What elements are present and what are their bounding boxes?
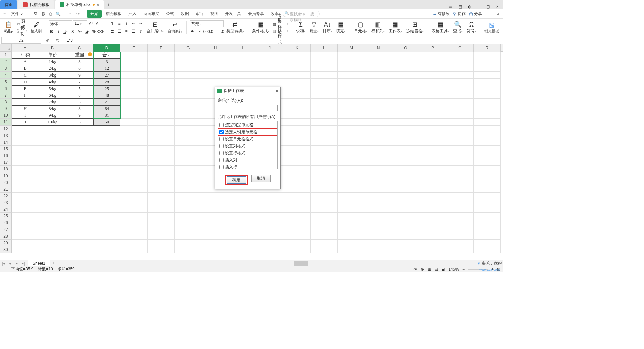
cell[interactable]: 81 bbox=[93, 112, 120, 119]
cell[interactable] bbox=[365, 105, 392, 112]
chevron-up-icon[interactable]: ∧ bbox=[495, 11, 501, 17]
cell[interactable] bbox=[93, 159, 120, 166]
cell[interactable] bbox=[148, 199, 175, 206]
cell[interactable] bbox=[175, 139, 202, 146]
cell[interactable] bbox=[256, 199, 283, 206]
zoom-out-icon[interactable]: − bbox=[462, 267, 465, 272]
cell[interactable] bbox=[120, 219, 148, 226]
search-input[interactable]: 查找命令、搜索模板 bbox=[283, 11, 320, 17]
cell[interactable] bbox=[39, 219, 66, 226]
cell[interactable] bbox=[12, 206, 39, 213]
cell[interactable] bbox=[120, 226, 148, 233]
italic-button[interactable]: I bbox=[56, 29, 62, 35]
cell[interactable] bbox=[419, 112, 446, 119]
cell[interactable] bbox=[12, 246, 39, 253]
cell[interactable] bbox=[311, 166, 338, 172]
cell[interactable]: 7 bbox=[66, 79, 93, 85]
cell[interactable] bbox=[120, 92, 148, 99]
cell[interactable]: A bbox=[12, 58, 39, 65]
menu-start[interactable]: 开始 bbox=[87, 10, 102, 18]
row-header[interactable]: 24 bbox=[0, 206, 12, 213]
cell[interactable] bbox=[365, 72, 392, 79]
cell[interactable] bbox=[39, 199, 66, 206]
cell[interactable] bbox=[148, 146, 175, 152]
format-painter-button[interactable]: 🖌格式刷 bbox=[29, 19, 43, 36]
cell[interactable] bbox=[256, 226, 283, 233]
name-box[interactable]: D2 bbox=[1, 37, 41, 44]
font-family-select[interactable]: 宋体 ▾ bbox=[49, 20, 72, 27]
min-icon[interactable]: — bbox=[476, 4, 482, 9]
cell[interactable] bbox=[283, 92, 311, 99]
cell[interactable] bbox=[419, 132, 446, 139]
cell[interactable] bbox=[338, 213, 365, 219]
row-header[interactable]: 1 bbox=[0, 52, 12, 58]
col-header[interactable]: N bbox=[365, 44, 392, 52]
cell[interactable] bbox=[229, 226, 256, 233]
row-header[interactable]: 14 bbox=[0, 139, 12, 146]
sort-button[interactable]: A↓排序▾ bbox=[321, 19, 333, 36]
cell[interactable] bbox=[120, 132, 148, 139]
cell[interactable] bbox=[202, 213, 229, 219]
cell[interactable] bbox=[148, 213, 175, 219]
cell[interactable] bbox=[311, 105, 338, 112]
cell[interactable] bbox=[338, 132, 365, 139]
cell[interactable] bbox=[392, 119, 419, 126]
cell[interactable] bbox=[12, 199, 39, 206]
cell[interactable] bbox=[12, 186, 39, 193]
cell[interactable] bbox=[175, 92, 202, 99]
align-bottom-icon[interactable]: ⫫ bbox=[123, 21, 129, 27]
cell[interactable] bbox=[474, 226, 501, 233]
cell[interactable] bbox=[93, 226, 120, 233]
cell[interactable] bbox=[148, 52, 175, 58]
cell[interactable] bbox=[283, 58, 311, 65]
cell[interactable] bbox=[256, 206, 283, 213]
permission-checkbox[interactable] bbox=[219, 165, 224, 169]
cell[interactable]: 5/kg bbox=[39, 85, 66, 92]
cell[interactable] bbox=[283, 226, 311, 233]
cell[interactable] bbox=[311, 240, 338, 246]
cell[interactable] bbox=[419, 199, 446, 206]
cell[interactable] bbox=[474, 206, 501, 213]
cell[interactable] bbox=[175, 65, 202, 72]
cell[interactable] bbox=[338, 166, 365, 172]
cell[interactable] bbox=[446, 85, 474, 92]
cell[interactable] bbox=[175, 199, 202, 206]
cell[interactable] bbox=[311, 126, 338, 132]
cell[interactable] bbox=[283, 172, 311, 179]
cell[interactable] bbox=[392, 179, 419, 186]
cell[interactable] bbox=[256, 219, 283, 226]
cell[interactable] bbox=[66, 219, 93, 226]
menu-member[interactable]: 会员专享 bbox=[245, 10, 267, 18]
cell[interactable] bbox=[474, 72, 501, 79]
cell[interactable] bbox=[283, 193, 311, 199]
cell[interactable] bbox=[256, 79, 283, 85]
cell[interactable] bbox=[283, 213, 311, 219]
cell[interactable] bbox=[392, 139, 419, 146]
close-icon[interactable]: × bbox=[97, 2, 99, 7]
password-input[interactable] bbox=[218, 105, 278, 111]
cell[interactable] bbox=[66, 146, 93, 152]
cell[interactable] bbox=[120, 79, 148, 85]
cell[interactable] bbox=[39, 193, 66, 199]
cell[interactable] bbox=[446, 112, 474, 119]
cell[interactable] bbox=[392, 159, 419, 166]
menu-view[interactable]: 视图 bbox=[208, 10, 221, 18]
cell[interactable] bbox=[148, 126, 175, 132]
cell[interactable] bbox=[446, 213, 474, 219]
zoom-level[interactable]: 145% bbox=[448, 267, 459, 272]
permission-item[interactable]: 插入行 bbox=[218, 164, 277, 169]
cell[interactable] bbox=[311, 152, 338, 159]
cell[interactable] bbox=[283, 219, 311, 226]
cell[interactable]: 3 bbox=[66, 58, 93, 65]
view-normal-icon[interactable]: ▦ bbox=[427, 267, 431, 272]
cell[interactable] bbox=[419, 65, 446, 72]
permission-item[interactable]: 选定未锁定单元格 bbox=[218, 129, 277, 136]
cell[interactable] bbox=[283, 206, 311, 213]
col-header[interactable]: O bbox=[392, 44, 419, 52]
cell[interactable] bbox=[365, 246, 392, 253]
cell[interactable] bbox=[474, 146, 501, 152]
cell[interactable] bbox=[202, 58, 229, 65]
cell[interactable] bbox=[365, 112, 392, 119]
cell[interactable] bbox=[175, 219, 202, 226]
cell[interactable] bbox=[39, 139, 66, 146]
